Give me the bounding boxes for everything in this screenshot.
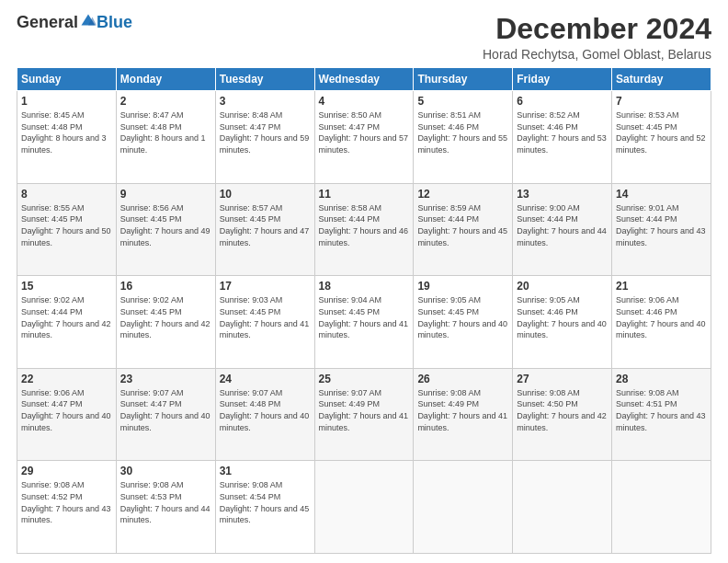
daylight-hours: Daylight: 7 hours and 44 minutes. [517,226,607,247]
sunset-time: Sunset: 4:45 PM [220,307,281,316]
sunrise-time: Sunrise: 8:58 AM [319,203,382,213]
sunrise-time: Sunrise: 9:02 AM [120,295,184,304]
day-info: Sunrise: 9:02 AM Sunset: 4:45 PM Dayligh… [120,294,211,340]
day-cell-22: 22 Sunrise: 9:06 AM Sunset: 4:47 PM Dayl… [17,368,117,461]
day-cell-15: 15 Sunrise: 9:02 AM Sunset: 4:44 PM Dayl… [17,276,117,369]
day-number: 13 [517,188,608,201]
calendar-header-row: Sunday Monday Tuesday Wednesday Thursday… [17,68,711,91]
day-info: Sunrise: 9:05 AM Sunset: 4:46 PM Dayligh… [517,294,608,340]
col-sunday: Sunday [17,68,117,91]
sunset-time: Sunset: 4:44 PM [417,214,479,224]
day-number: 6 [517,95,608,108]
sunset-time: Sunset: 4:46 PM [517,307,578,316]
sunrise-time: Sunrise: 9:04 AM [319,295,382,304]
sunset-time: Sunset: 4:52 PM [21,492,83,501]
sunset-time: Sunset: 4:50 PM [517,399,578,408]
logo-general-text: General [17,13,78,32]
day-cell-18: 18 Sunrise: 9:04 AM Sunset: 4:45 PM Dayl… [314,276,414,369]
sunset-time: Sunset: 4:47 PM [220,122,281,132]
daylight-hours: Daylight: 7 hours and 42 minutes. [120,319,210,340]
day-cell-3: 3 Sunrise: 8:48 AM Sunset: 4:47 PM Dayli… [215,91,314,184]
empty-cell [513,461,612,554]
sunset-time: Sunset: 4:49 PM [417,399,479,408]
col-tuesday: Tuesday [215,68,314,91]
day-cell-27: 27 Sunrise: 9:08 AM Sunset: 4:50 PM Dayl… [513,368,612,461]
daylight-hours: Daylight: 7 hours and 45 minutes. [417,226,507,247]
sunrise-time: Sunrise: 8:53 AM [616,110,679,120]
daylight-hours: Daylight: 7 hours and 41 minutes. [220,319,310,340]
sunset-time: Sunset: 4:44 PM [21,307,83,316]
sunset-time: Sunset: 4:46 PM [616,307,677,316]
day-cell-10: 10 Sunrise: 8:57 AM Sunset: 4:45 PM Dayl… [215,183,314,276]
day-cell-5: 5 Sunrise: 8:51 AM Sunset: 4:46 PM Dayli… [414,91,513,184]
logo-blue-text: Blue [97,13,132,32]
day-cell-6: 6 Sunrise: 8:52 AM Sunset: 4:46 PM Dayli… [513,91,612,184]
daylight-hours: Daylight: 7 hours and 40 minutes. [120,411,210,432]
sunset-time: Sunset: 4:45 PM [616,122,677,132]
daylight-hours: Daylight: 7 hours and 40 minutes. [417,319,507,340]
day-info: Sunrise: 8:51 AM Sunset: 4:46 PM Dayligh… [417,109,508,155]
daylight-hours: Daylight: 7 hours and 41 minutes. [319,319,409,340]
col-monday: Monday [116,68,215,91]
daylight-hours: Daylight: 7 hours and 42 minutes. [517,411,607,432]
day-number: 2 [120,95,211,108]
sunrise-time: Sunrise: 9:05 AM [517,295,580,304]
day-number: 20 [517,280,608,293]
sunset-time: Sunset: 4:49 PM [319,399,381,408]
sunset-time: Sunset: 4:54 PM [220,492,281,501]
day-info: Sunrise: 9:00 AM Sunset: 4:44 PM Dayligh… [517,202,608,248]
day-info: Sunrise: 8:56 AM Sunset: 4:45 PM Dayligh… [120,202,211,248]
sunset-time: Sunset: 4:44 PM [517,214,578,224]
day-number: 23 [120,373,211,385]
day-number: 31 [220,465,311,477]
day-info: Sunrise: 9:08 AM Sunset: 4:54 PM Dayligh… [220,479,311,525]
day-number: 7 [616,95,707,108]
sunset-time: Sunset: 4:47 PM [319,122,381,132]
col-wednesday: Wednesday [314,68,414,91]
day-cell-25: 25 Sunrise: 9:07 AM Sunset: 4:49 PM Dayl… [314,368,414,461]
daylight-hours: Daylight: 7 hours and 49 minutes. [120,226,210,247]
sunset-time: Sunset: 4:45 PM [220,214,281,224]
day-number: 28 [616,373,707,385]
daylight-hours: Daylight: 8 hours and 1 minute. [120,133,206,155]
sunrise-time: Sunrise: 8:51 AM [417,110,481,120]
daylight-hours: Daylight: 7 hours and 44 minutes. [120,504,210,525]
daylight-hours: Daylight: 7 hours and 43 minutes. [616,226,706,247]
day-number: 14 [616,188,707,201]
day-number: 10 [220,188,311,201]
daylight-hours: Daylight: 7 hours and 42 minutes. [21,319,111,340]
daylight-hours: Daylight: 7 hours and 40 minutes. [517,319,607,340]
day-info: Sunrise: 9:06 AM Sunset: 4:47 PM Dayligh… [21,387,112,433]
sunrise-time: Sunrise: 9:08 AM [417,388,481,397]
sunset-time: Sunset: 4:46 PM [417,122,479,132]
daylight-hours: Daylight: 7 hours and 47 minutes. [220,226,310,247]
day-cell-1: 1 Sunrise: 8:45 AM Sunset: 4:48 PM Dayli… [17,91,117,184]
header: General Blue December 2024 Horad Rechyts… [17,13,711,62]
sunset-time: Sunset: 4:45 PM [21,214,83,224]
sunset-time: Sunset: 4:45 PM [120,307,182,316]
day-number: 11 [319,188,410,201]
daylight-hours: Daylight: 7 hours and 53 minutes. [517,133,607,155]
day-cell-29: 29 Sunrise: 9:08 AM Sunset: 4:52 PM Dayl… [17,461,117,554]
daylight-hours: Daylight: 7 hours and 40 minutes. [21,411,111,432]
calendar-table: Sunday Monday Tuesday Wednesday Thursday… [17,67,711,554]
page-title: December 2024 [483,13,711,45]
day-info: Sunrise: 9:08 AM Sunset: 4:49 PM Dayligh… [417,387,508,433]
daylight-hours: Daylight: 8 hours and 3 minutes. [21,133,107,155]
day-number: 8 [21,188,112,201]
sunrise-time: Sunrise: 8:59 AM [417,203,481,213]
logo-icon [80,13,97,29]
sunset-time: Sunset: 4:48 PM [21,122,83,132]
day-number: 18 [319,280,410,293]
sunrise-time: Sunrise: 8:47 AM [120,110,184,120]
day-info: Sunrise: 9:07 AM Sunset: 4:48 PM Dayligh… [220,387,311,433]
daylight-hours: Daylight: 7 hours and 57 minutes. [319,133,409,155]
sunrise-time: Sunrise: 8:50 AM [319,110,382,120]
daylight-hours: Daylight: 7 hours and 40 minutes. [220,411,310,432]
sunrise-time: Sunrise: 9:08 AM [120,480,184,489]
day-number: 24 [220,373,311,385]
day-info: Sunrise: 8:57 AM Sunset: 4:45 PM Dayligh… [220,202,311,248]
day-cell-2: 2 Sunrise: 8:47 AM Sunset: 4:48 PM Dayli… [116,91,215,184]
day-number: 21 [616,280,707,293]
day-number: 5 [417,95,508,108]
